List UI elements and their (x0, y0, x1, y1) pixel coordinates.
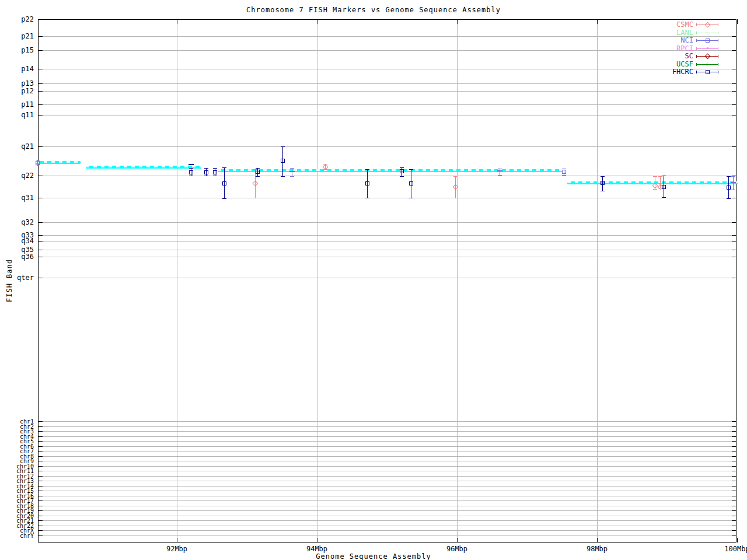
fish-marker-chart: Chromosome 7 FISH Markers vs Genome Sequ… (0, 0, 747, 560)
legend-marker-LANL (707, 31, 707, 35)
assembly-line-dash-pattern (567, 181, 738, 183)
errorbar-cap-top (727, 176, 731, 177)
marker-FHCRC-square (727, 186, 731, 190)
errorbar-cap-bottom (253, 198, 257, 198)
legend-sample-cap (718, 23, 718, 26)
legend-sample-cap (696, 63, 697, 66)
errorbar-cap-bottom (204, 176, 208, 176)
errorbar-cap-top (189, 168, 193, 169)
errorbar-cap-bottom (281, 176, 285, 177)
marker-CSMC-diamond (253, 181, 259, 187)
legend-sample-cap (718, 63, 718, 66)
legend-sample-cap (718, 71, 718, 74)
marker-FHCRC-square (400, 169, 404, 173)
assembly-line-dash-pattern (86, 166, 201, 167)
errorbar-cap-bottom (290, 176, 294, 177)
errorbar-cap-bottom (601, 191, 605, 191)
legend-entry-RPCI: RPCI× (642, 45, 734, 52)
legend-sample-cap (718, 47, 718, 50)
marker-FHCRC-square (189, 170, 193, 174)
assembly-line-segment-2 (86, 166, 201, 169)
legend-sample-cap (696, 47, 697, 50)
errorbar-cap-top (222, 167, 226, 168)
errorbar-cap-bottom (222, 198, 226, 199)
assembly-line-dash-pattern (36, 161, 81, 163)
errorbar-cap-bottom (36, 166, 40, 166)
marker-FHCRC-dash (189, 164, 194, 165)
errorbar-cap-top (453, 176, 458, 177)
marker-FHCRC-square (256, 170, 260, 174)
errorbar-cap-top (400, 167, 404, 168)
legend-label-UCSF: UCSF (676, 61, 693, 68)
errorbar-NCI (500, 169, 500, 175)
errorbar-cap-top (653, 176, 657, 177)
errorbar-cap-bottom (727, 198, 731, 199)
legend-label-CSMC: CSMC (676, 21, 693, 29)
y-axis-title: FISH Band (5, 251, 13, 310)
marker-FHCRC-square (213, 170, 217, 174)
marker-NCI-square (36, 161, 40, 165)
legend-sample-cap (696, 71, 697, 74)
marker-FHCRC-square (222, 181, 226, 186)
legend-label-SC: SC (685, 52, 693, 60)
legend-sample-line-SC (696, 56, 718, 57)
errorbar-cap-bottom (562, 175, 566, 176)
legend-label-RPCI: RPCI (676, 45, 693, 52)
legend-marker-SC (705, 54, 711, 60)
legend-label-FHCRC: FHCRC (672, 68, 693, 76)
errorbar-cap-top (213, 168, 217, 169)
legend-sample-cap (696, 23, 697, 26)
legend-entry-CSMC: CSMC (642, 21, 734, 29)
errorbar-cap-bottom (213, 176, 217, 176)
marker-NCI-dash (289, 171, 295, 172)
legend-sample-line-CSMC (696, 24, 718, 25)
errorbar-cap-top (409, 169, 413, 170)
errorbar-cap-bottom (453, 198, 458, 198)
errorbar-cap-bottom (400, 176, 404, 177)
errorbar-cap-top (204, 168, 208, 169)
legend-label-NCI: NCI (680, 37, 693, 44)
legend-entry-UCSF: UCSF (642, 61, 734, 68)
errorbar-cap-top (290, 168, 294, 169)
legend-entry-NCI: NCI (642, 37, 734, 44)
marker-NCI-dash (497, 170, 502, 172)
errorbar-cap-top (658, 176, 662, 177)
marker-FHCRC-square (601, 181, 605, 185)
errorbar-cap-bottom (653, 189, 657, 190)
errorbar-cap-bottom (409, 198, 413, 198)
assembly-line-dash-pattern (218, 169, 562, 171)
legend-marker-FHCRC (706, 70, 710, 74)
legend-sample-cap (718, 39, 718, 42)
legend-sample-cap (718, 32, 718, 34)
marker-NCI-dash (731, 182, 736, 183)
legend-marker-NCI (706, 38, 710, 43)
legend-entry-FHCRC: FHCRC (642, 68, 734, 76)
assembly-line-segment-3 (218, 169, 562, 172)
errorbar-cap-bottom (365, 198, 369, 198)
legend-sample-line-UCSF (696, 64, 718, 65)
errorbar-cap-bottom (256, 176, 260, 177)
data-layer (0, 0, 747, 560)
marker-FHCRC-square (281, 159, 285, 163)
errorbar-cap-top (281, 146, 285, 147)
errorbar-cap-bottom (498, 175, 502, 176)
legend-entry-SC: SC (642, 52, 734, 60)
errorbar-cap-top (256, 168, 260, 169)
errorbar-cap-bottom (189, 176, 193, 176)
legend-sample-line-RPCI: × (696, 48, 718, 49)
legend-sample-line-NCI (696, 40, 718, 41)
errorbar-cap-top (601, 176, 605, 177)
legend-sample-cap (696, 55, 697, 58)
legend-sample-cap (696, 39, 697, 42)
marker-FHCRC-square (409, 181, 413, 186)
legend-sample-line-FHCRC (696, 72, 718, 72)
legend-sample-cap (696, 32, 697, 34)
legend-label-LANL: LANL (676, 29, 693, 37)
x-axis-title: Genome Sequence Assembly (0, 552, 747, 560)
legend-entry-LANL: LANL (642, 29, 734, 37)
errorbar-cap-top (498, 169, 502, 169)
errorbar-cap-top (36, 160, 40, 160)
legend-sample-cap (718, 55, 718, 58)
errorbar-cap-bottom (662, 197, 666, 198)
marker-FHCRC-square (204, 170, 208, 174)
